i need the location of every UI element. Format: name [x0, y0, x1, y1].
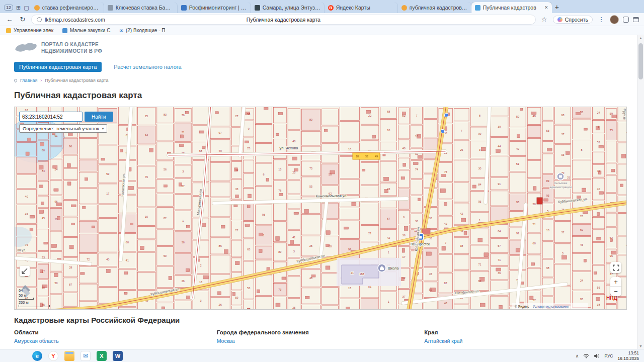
svg-text:32: 32	[561, 231, 564, 234]
svg-text:95: 95	[516, 201, 519, 204]
svg-text:1: 1	[479, 219, 480, 222]
taskbar-app-yandex-browser[interactable]: Y	[48, 351, 58, 361]
poi-school[interactable]: Школа	[337, 258, 401, 286]
svg-text:37: 37	[561, 133, 564, 136]
bus-stop-icon	[441, 130, 445, 133]
svg-text:Сельская: Сельская	[554, 182, 567, 185]
taskbar-app-file-explorer[interactable]	[64, 351, 74, 361]
page-scrollbar[interactable]: ▲ ▼	[637, 35, 644, 349]
language-indicator[interactable]: РУС	[604, 353, 613, 358]
network-icon[interactable]	[583, 353, 589, 358]
browser-tab[interactable]: ставка рефинансирован	[31, 2, 104, 13]
svg-text:57: 57	[498, 244, 501, 247]
svg-text:91: 91	[498, 183, 501, 186]
tab-favicon-circle-orange	[34, 5, 40, 11]
cadastral-map-canvas[interactable]: 6340497649468084452317608591549610525083…	[14, 107, 627, 310]
svg-text:71: 71	[478, 263, 481, 266]
tab-title: Яндекс Карты	[336, 5, 394, 11]
workspaces-icon[interactable]: ▢	[24, 5, 29, 11]
zoom-in-button[interactable]: +	[610, 277, 621, 287]
map-search-button[interactable]: Найти	[85, 112, 113, 122]
collections-icon[interactable]	[633, 17, 639, 22]
footer-region-link[interactable]: Амурская область	[14, 338, 217, 344]
zoom-out-button[interactable]: −	[610, 287, 621, 296]
map-object-type-select[interactable]: Определение: земельный участок ▾	[19, 124, 107, 133]
taskbar-app-edge[interactable]: e	[32, 351, 42, 361]
breadcrumb: Главная › Публичная кадастровая карта	[14, 77, 627, 83]
more-menu-icon[interactable]: ⋮	[597, 16, 606, 23]
favorites-star-icon[interactable]: ☆	[540, 16, 549, 23]
svg-text:51: 51	[516, 162, 519, 165]
svg-text:56: 56	[164, 168, 167, 171]
svg-text:36: 36	[403, 234, 406, 237]
footer-region-link[interactable]: Алтайский край	[424, 338, 627, 344]
bookmark-item[interactable]: Управление элек	[6, 28, 53, 33]
svg-text:3: 3	[293, 250, 295, 253]
map-search-input[interactable]	[19, 112, 83, 122]
new-tab-button[interactable]: +	[555, 3, 559, 11]
taskbar-app-word[interactable]: W	[113, 351, 123, 361]
svg-text:75: 75	[309, 167, 312, 170]
bookmark-item[interactable]: Малые закупки С	[62, 28, 110, 33]
svg-text:27: 27	[235, 115, 238, 118]
highlighted-parcel[interactable]: 185249	[353, 153, 380, 159]
svg-text:50: 50	[516, 115, 519, 118]
svg-text:© Яндекс: © Яндекс	[515, 305, 529, 309]
browser-tab[interactable]: Росфинмониторинг | Вх	[178, 2, 251, 13]
scrollbar-thumb[interactable]	[638, 43, 643, 79]
site-logo[interactable]: ПОРТАЛ О КАДАСТРЕ НЕДВИЖИМОСТИ В РФ	[14, 40, 627, 55]
bookmark-item[interactable]: ✉(2) Входящие - П	[119, 28, 165, 33]
svg-text:91: 91	[516, 232, 519, 235]
url-text: lk6map.roscadastres.com	[45, 17, 105, 23]
svg-text:89: 89	[546, 179, 549, 183]
svg-text:42: 42	[444, 222, 447, 225]
scroll-up-icon[interactable]: ▲	[639, 36, 642, 40]
back-icon[interactable]: ←	[5, 16, 14, 23]
taskbar-app-excel[interactable]: X	[97, 351, 107, 361]
fullscreen-icon	[613, 264, 619, 271]
svg-text:5: 5	[562, 252, 564, 255]
tab-favicon-bank	[108, 5, 113, 11]
footer-region-link[interactable]: Москва	[217, 338, 425, 344]
footer-column: КраяАлтайский край	[424, 329, 627, 344]
tab-public-cadastral-map[interactable]: Публичная кадастровая карта	[14, 62, 102, 72]
browser-tab[interactable]: Ключевая ставка Банка	[104, 2, 178, 13]
address-bar[interactable]: lk6map.roscadastres.com Публичная кадаст…	[31, 15, 536, 25]
taskbar-clock[interactable]: 13:51 16.10.2025	[617, 350, 639, 361]
ruler-tool-button[interactable]	[20, 266, 30, 276]
browser-tab[interactable]: Самара, улица Энтузиа	[251, 2, 325, 13]
browser-tab[interactable]: публичная кадастровая	[398, 2, 471, 13]
site-info-icon[interactable]	[37, 17, 42, 22]
svg-text:26: 26	[460, 148, 463, 151]
svg-text:72: 72	[597, 169, 600, 172]
red-building	[537, 198, 542, 204]
profile-avatar[interactable]	[610, 15, 619, 24]
browser-tab[interactable]: Публичная кадастров✕	[471, 2, 552, 13]
bookmark-label: Малые закупки С	[70, 28, 110, 33]
svg-text:3: 3	[200, 299, 202, 302]
svg-text:52: 52	[365, 155, 368, 158]
svg-text:95: 95	[478, 200, 481, 203]
vertical-tabs-icon[interactable]: ⊞	[16, 5, 21, 11]
tab-land-tax-calc[interactable]: Расчет земельного налога	[114, 64, 181, 70]
copilot-ask-button[interactable]: Спросить	[553, 16, 593, 24]
refresh-icon[interactable]: ↻	[18, 16, 27, 23]
tray-hidden-icons-chevron[interactable]: ∧	[576, 353, 579, 358]
fullscreen-button[interactable]	[610, 262, 621, 273]
speaker-icon[interactable]	[594, 353, 600, 358]
breadcrumb-home-link[interactable]: Главная	[20, 78, 37, 83]
scroll-down-icon[interactable]: ▼	[639, 344, 642, 348]
tab-close-icon[interactable]: ✕	[543, 5, 548, 10]
browser-tab[interactable]: ЯЯндекс Карты	[325, 2, 398, 13]
bookmark-label: (2) Входящие - П	[126, 28, 166, 33]
svg-text:17: 17	[42, 270, 45, 273]
svg-text:40: 40	[597, 188, 600, 191]
taskbar-app-mail[interactable]: ✉	[80, 351, 91, 361]
svg-text:39: 39	[498, 125, 501, 128]
tab-counter-badge[interactable]: 12	[4, 5, 13, 11]
extensions-icon[interactable]	[623, 17, 629, 23]
svg-text:1: 1	[388, 251, 389, 254]
svg-text:13: 13	[546, 229, 549, 232]
svg-text:45: 45	[429, 273, 432, 276]
svg-text:25: 25	[309, 244, 312, 247]
